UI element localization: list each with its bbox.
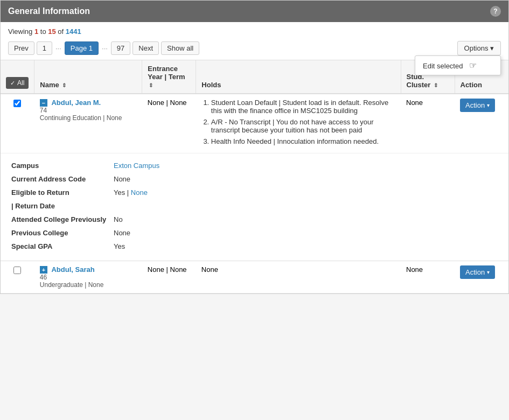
row1-name: – Abdul, Jean M. [40, 99, 137, 107]
options-wrapper: Options ▾ Edit selected ☞ [457, 41, 501, 55]
row1-checkbox-cell [1, 94, 34, 153]
special-gpa-value: Yes [114, 241, 498, 252]
row2-id: 46 [40, 274, 137, 281]
row1-detail-cell: Campus Exton Campus Current Address Code… [1, 153, 508, 261]
hold-item: Student Loan Default | Student load is i… [211, 99, 395, 115]
row1-holds-cell: Student Loan Default | Student load is i… [196, 94, 401, 153]
row1-name-link[interactable]: Abdul, Jean M. [51, 99, 101, 107]
hold-item: Health Info Needed | Innoculation inform… [211, 137, 395, 145]
row1-detail-panel: Campus Exton Campus Current Address Code… [1, 153, 508, 261]
pagination-controls: Prev 1 ··· Page 1 ··· 97 Next Show all [8, 41, 199, 55]
dots-right: ··· [101, 44, 109, 52]
dots-left: ··· [54, 44, 62, 52]
next-button[interactable]: Next [133, 41, 159, 55]
row1-detail-row: Campus Exton Campus Current Address Code… [1, 153, 508, 261]
campus-value: Exton Campus [114, 160, 498, 171]
prev-college-value: None [114, 227, 498, 239]
action-caret-icon: ▾ [487, 269, 490, 275]
row1-action-button[interactable]: Action▾ [460, 99, 495, 112]
col-select: ✓ All [1, 60, 34, 94]
page-1-button[interactable]: 1 [37, 41, 52, 55]
entrance-sort-icon[interactable]: ⇕ [149, 82, 153, 88]
pagination-row: Prev 1 ··· Page 1 ··· 97 Next Show all O… [1, 39, 508, 60]
return-date-value [114, 200, 498, 212]
main-table-container: ✓ All Name ⇕ Entrance Year | Term ⇕ Hold… [1, 60, 508, 293]
row1-cluster-cell: None [401, 94, 455, 153]
row2-checkbox-cell [1, 261, 34, 293]
col-name-header: Name ⇕ [34, 60, 142, 94]
row2-name-link[interactable]: Abdul, Sarah [51, 265, 94, 274]
row2-name: + Abdul, Sarah [40, 265, 137, 274]
special-gpa-label: Special GPA [11, 241, 108, 252]
campus-label: Campus [11, 160, 108, 171]
row1-name-cell: – Abdul, Jean M. 74 Continuing Education… [34, 94, 142, 153]
address-code-label: Current Address Code [11, 173, 108, 185]
row2-holds-cell: None [196, 261, 401, 293]
row1-holds-list: Student Loan Default | Student load is i… [201, 99, 395, 145]
row2-entrance-cell: None | None [142, 261, 196, 293]
col-holds-header: Holds [196, 60, 401, 94]
row2-expand-icon[interactable]: + [40, 266, 47, 274]
row1-expand-icon[interactable]: – [40, 99, 47, 107]
eligible-label: Eligible to Return [11, 187, 108, 198]
address-code-value: None [114, 173, 498, 185]
name-sort-icon[interactable]: ⇕ [62, 82, 66, 88]
page-header: General Information ? [1, 1, 508, 22]
eligible-value: Yes | None [114, 187, 498, 198]
row2-action-button[interactable]: Action▾ [460, 265, 495, 279]
col-entrance-header: Entrance Year | Term ⇕ [142, 60, 196, 94]
last-page-button[interactable]: 97 [111, 41, 130, 55]
select-all-button[interactable]: ✓ All [6, 77, 29, 89]
hold-item: A/R - No Transcript | You do not have ac… [211, 118, 395, 134]
row2-cluster-cell: None [401, 261, 455, 293]
row2-name-cell: + Abdul, Sarah 46 Undergraduate | None [34, 261, 142, 293]
attended-label: Attended College Previously [11, 214, 108, 225]
row1-detail-grid: Campus Exton Campus Current Address Code… [11, 160, 498, 252]
table-row: + Abdul, Sarah 46 Undergraduate | None N… [1, 261, 508, 293]
row2-program: Undergraduate | None [40, 281, 137, 289]
page-title: General Information [8, 6, 90, 16]
action-caret-icon: ▾ [487, 102, 490, 108]
row1-action-cell: Action▾ [455, 94, 508, 153]
row1-checkbox[interactable] [13, 100, 21, 107]
options-button[interactable]: Options ▾ [457, 41, 501, 55]
row1-entrance-cell: None | None [142, 94, 196, 153]
prev-college-label: Previous College [11, 227, 108, 239]
edit-selected-item[interactable]: Edit selected ☞ [415, 56, 500, 75]
attended-value: No [114, 214, 498, 225]
help-icon[interactable]: ? [490, 6, 501, 17]
prev-button[interactable]: Prev [8, 41, 34, 55]
row1-program: Continuing Education | None [40, 114, 137, 122]
students-table: ✓ All Name ⇕ Entrance Year | Term ⇕ Hold… [1, 60, 508, 293]
viewing-info: Viewing 1 to 15 of 1441 [1, 22, 508, 39]
return-date-label: | Return Date [11, 200, 108, 212]
current-page-button[interactable]: Page 1 [65, 41, 99, 55]
cluster-sort-icon[interactable]: ⇕ [434, 82, 438, 88]
options-dropdown: Edit selected ☞ [415, 55, 501, 75]
row1-id: 74 [40, 107, 137, 114]
row2-checkbox[interactable] [13, 267, 21, 274]
table-row: – Abdul, Jean M. 74 Continuing Education… [1, 94, 508, 153]
show-all-button[interactable]: Show all [161, 41, 199, 55]
cursor-icon: ☞ [469, 61, 477, 70]
row2-action-cell: Action▾ [455, 261, 508, 293]
